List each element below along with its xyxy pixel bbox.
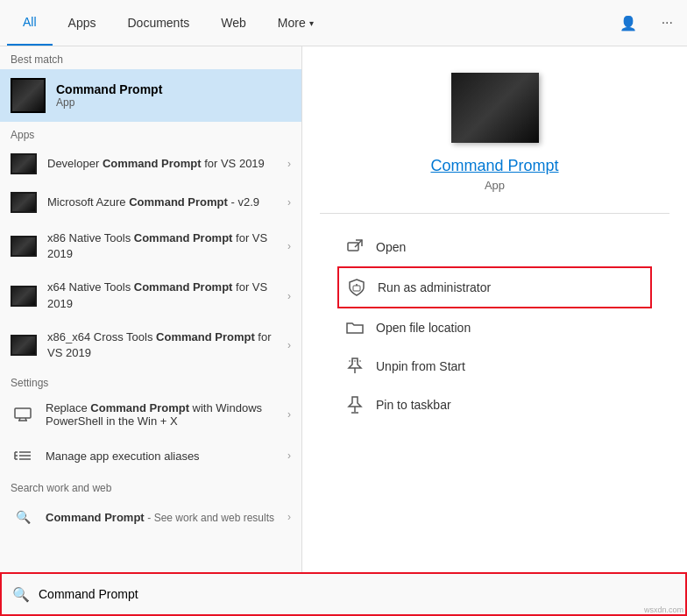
- web-section-label: Search work and web: [0, 475, 301, 498]
- watermark: wsxdn.com: [644, 605, 683, 614]
- open-action[interactable]: Open: [337, 228, 652, 266]
- unpin-start-action[interactable]: Unpin from Start: [337, 347, 652, 386]
- app-preview-icon: [451, 73, 539, 143]
- search-input[interactable]: [39, 587, 675, 601]
- app-item-text: x64 Native Tools Command Prompt for VS 2…: [47, 280, 287, 311]
- chevron-right-icon: ›: [287, 196, 291, 209]
- open-file-location-action[interactable]: Open file location: [337, 308, 652, 347]
- svg-rect-0: [15, 408, 31, 418]
- run-as-admin-action[interactable]: Run as administrator: [337, 266, 652, 308]
- chevron-right-icon: ›: [287, 339, 291, 351]
- app-item-text: Developer Command Prompt for VS 2019: [47, 156, 287, 172]
- settings-section-label: Settings: [0, 370, 301, 393]
- right-panel: Command Prompt App Open: [302, 46, 687, 572]
- search-icon: 🔍: [11, 506, 35, 527]
- main-container: Best match Command Prompt App Apps Devel…: [0, 46, 687, 572]
- search-bar: 🔍: [0, 572, 687, 616]
- shield-icon: [346, 277, 367, 298]
- list-item[interactable]: Developer Command Prompt for VS 2019 ›: [0, 145, 301, 183]
- tab-more[interactable]: More ▾: [262, 0, 329, 46]
- list-item[interactable]: x86 Native Tools Command Prompt for VS 2…: [0, 222, 301, 271]
- chevron-right-icon: ›: [287, 450, 291, 462]
- apps-section-label: Apps: [0, 122, 301, 145]
- best-match-label: Best match: [0, 46, 301, 69]
- app-item-text: x86 Native Tools Command Prompt for VS 2…: [47, 230, 287, 262]
- tab-documents[interactable]: Documents: [111, 0, 205, 46]
- list-icon: [11, 445, 35, 466]
- list-item[interactable]: Manage app execution aliases ›: [0, 436, 301, 475]
- cmd-icon: [11, 153, 37, 174]
- best-match-item[interactable]: Command Prompt App: [0, 69, 301, 122]
- chevron-right-icon: ›: [287, 408, 291, 421]
- search-icon: 🔍: [12, 586, 30, 603]
- top-nav: All Apps Documents Web More ▾ 👤 ···: [0, 0, 687, 46]
- chevron-right-icon: ›: [287, 158, 291, 170]
- list-item[interactable]: 🔍 Command Prompt - See work and web resu…: [0, 498, 301, 536]
- best-match-subtitle: App: [56, 96, 162, 109]
- tab-apps[interactable]: Apps: [53, 0, 112, 46]
- person-icon[interactable]: 👤: [613, 11, 644, 35]
- web-item-text: Command Prompt - See work and web result…: [46, 511, 287, 524]
- app-item-text: x86_x64 Cross Tools Command Prompt for V…: [47, 329, 287, 361]
- app-preview-subtitle: App: [485, 179, 505, 192]
- cmd-icon: [11, 236, 37, 257]
- open-icon: [344, 237, 365, 258]
- cmd-icon: [11, 286, 37, 307]
- run-as-admin-label: Run as administrator: [378, 280, 491, 294]
- pin-taskbar-label: Pin to taskbar: [376, 398, 451, 412]
- app-item-text: Microsoft Azure Command Prompt - v2.9: [47, 195, 287, 210]
- list-item[interactable]: Microsoft Azure Command Prompt - v2.9 ›: [0, 183, 301, 222]
- chevron-right-icon: ›: [287, 511, 291, 523]
- monitor-icon: [11, 404, 35, 425]
- svg-rect-13: [353, 286, 360, 291]
- svg-rect-11: [348, 243, 358, 251]
- left-panel: Best match Command Prompt App Apps Devel…: [0, 46, 302, 572]
- list-item[interactable]: Replace Command Prompt with Windows Powe…: [0, 393, 301, 436]
- tab-web[interactable]: Web: [205, 0, 262, 46]
- tab-all[interactable]: All: [7, 0, 53, 46]
- divider: [320, 213, 669, 214]
- action-list: Open Run as administrator: [320, 228, 669, 424]
- app-preview-title: Command Prompt: [430, 157, 558, 175]
- nav-tabs: All Apps Documents Web More ▾: [7, 0, 329, 46]
- unpin-start-label: Unpin from Start: [376, 359, 465, 373]
- chevron-right-icon: ›: [287, 240, 291, 252]
- best-match-app-icon: [11, 78, 46, 113]
- folder-icon: [344, 317, 365, 338]
- pin-taskbar-action[interactable]: Pin to taskbar: [337, 386, 652, 424]
- chevron-right-icon: ›: [287, 290, 291, 302]
- list-item[interactable]: x86_x64 Cross Tools Command Prompt for V…: [0, 321, 301, 370]
- cmd-icon: [11, 192, 37, 213]
- chevron-down-icon: ▾: [309, 18, 314, 28]
- open-label: Open: [376, 240, 406, 254]
- nav-right-icons: 👤 ···: [613, 11, 680, 35]
- unpin-icon: [344, 356, 365, 377]
- settings-item-text: Replace Command Prompt with Windows Powe…: [46, 401, 287, 428]
- more-options-icon[interactable]: ···: [655, 11, 680, 34]
- open-file-location-label: Open file location: [376, 321, 471, 335]
- best-match-title: Command Prompt: [56, 82, 162, 96]
- settings-item-text: Manage app execution aliases: [46, 450, 287, 463]
- list-item[interactable]: x64 Native Tools Command Prompt for VS 2…: [0, 271, 301, 320]
- pin-taskbar-icon: [344, 394, 365, 415]
- cmd-icon: [11, 335, 37, 356]
